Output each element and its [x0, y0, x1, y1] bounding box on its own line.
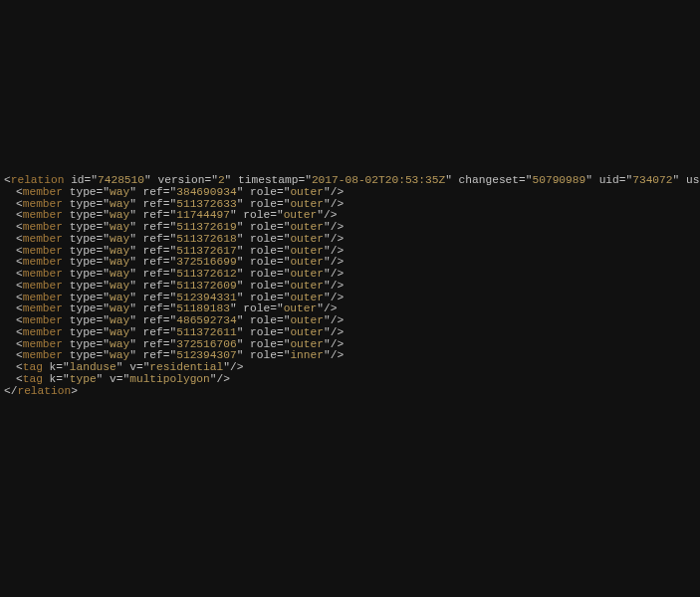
relation-close-line: </relation>: [4, 386, 700, 398]
xml-code-block: <relation id="7428510" version="2" times…: [0, 0, 700, 397]
tag-line: <tag k="type" v="multipolygon"/>: [4, 374, 700, 386]
